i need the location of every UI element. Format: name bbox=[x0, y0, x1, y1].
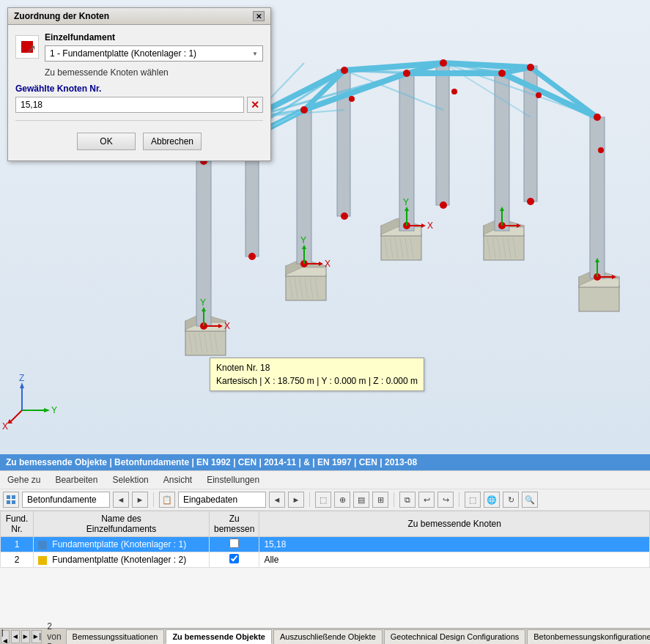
col-fund-nr: Fund.Nr. bbox=[1, 511, 34, 537]
export-icon[interactable]: ⬚ bbox=[465, 492, 481, 508]
svg-point-100 bbox=[341, 212, 348, 220]
svg-point-81 bbox=[300, 106, 308, 114]
bottom-panel: Gehe zu Bearbeiten Selektion Ansicht Ein… bbox=[0, 470, 650, 644]
dialog-buttons: OK Abbrechen bbox=[15, 127, 263, 153]
cell-name-2: Fundamentplatte (Knotenlager : 2) bbox=[34, 552, 210, 568]
tab-bar: |◄ ◄ ► ►| 2 von 5 Bemessungssituationen … bbox=[0, 628, 650, 644]
table-row[interactable]: 1 Fundamentplatte (Knotenlager : 1) 15,1… bbox=[1, 537, 650, 552]
color-indicator-blue bbox=[38, 541, 47, 549]
table-row[interactable]: 2 Fundamentplatte (Knotenlager : 2) Alle bbox=[1, 552, 650, 568]
first-page-button[interactable]: |◄ bbox=[1, 630, 10, 643]
svg-text:Y: Y bbox=[200, 297, 206, 308]
nodes-input-row: ✕ bbox=[15, 97, 263, 113]
svg-point-86 bbox=[341, 67, 348, 74]
prev-page-button[interactable]: ◄ bbox=[11, 630, 20, 643]
close-icon[interactable]: ✕ bbox=[253, 11, 265, 21]
col-name: Name desEinzelfundaments bbox=[34, 511, 210, 537]
svg-text:X: X bbox=[427, 221, 433, 231]
checkbox-1[interactable] bbox=[229, 538, 239, 548]
redo-icon[interactable]: ↪ bbox=[437, 492, 454, 508]
menu-selektion[interactable]: Selektion bbox=[109, 473, 151, 486]
cell-check-2[interactable] bbox=[210, 552, 259, 568]
einzelfundament-label: Einzelfundament bbox=[45, 32, 263, 42]
copy-icon[interactable]: ⧉ bbox=[399, 492, 416, 508]
tooltip-line1: Knoten Nr. 18 bbox=[216, 361, 418, 374]
status-text: Zu bemessende Objekte | Betonfundamente … bbox=[6, 457, 417, 467]
menu-gehe-zu[interactable]: Gehe zu bbox=[4, 473, 43, 486]
refresh-icon[interactable]: ↻ bbox=[503, 492, 519, 508]
chevron-down-icon: ▼ bbox=[252, 51, 258, 57]
nodes-input[interactable] bbox=[15, 97, 244, 113]
svg-marker-130 bbox=[44, 408, 50, 412]
view-dropdown-label: Eingabedaten bbox=[183, 495, 237, 505]
view-prev-icon[interactable]: ◄ bbox=[269, 492, 285, 508]
left-nav-icon[interactable]: ◄ bbox=[113, 492, 129, 508]
filter-icon[interactable]: ⊞ bbox=[372, 492, 388, 508]
right-nav-icon[interactable]: ► bbox=[132, 492, 148, 508]
ok-button[interactable]: OK bbox=[77, 133, 136, 150]
tooltip-line2: Kartesisch | X : 18.750 m | Y : 0.000 m … bbox=[216, 374, 418, 388]
menu-ansicht[interactable]: Ansicht bbox=[160, 473, 195, 486]
select-icon[interactable]: ⬚ bbox=[315, 492, 331, 508]
svg-text:Y: Y bbox=[300, 235, 306, 245]
foundation-dropdown[interactable]: 1 - Fundamentplatte (Knotenlager : 1) ▼ bbox=[45, 45, 263, 62]
cell-name-1: Fundamentplatte (Knotenlager : 1) bbox=[34, 537, 210, 552]
status-bar: Zu bemessende Objekte | Betonfundamente … bbox=[0, 454, 650, 470]
svg-rect-36 bbox=[579, 286, 619, 311]
cell-knoten-1: 15,18 bbox=[259, 537, 650, 552]
checkbox-2[interactable] bbox=[229, 554, 239, 563]
svg-line-131 bbox=[11, 410, 22, 421]
icon-inner: ↗ bbox=[21, 41, 33, 53]
tab-betonbemessungskonfigurationen[interactable]: Betonbemessungskonfigurationen bbox=[527, 629, 650, 644]
svg-rect-139 bbox=[12, 495, 15, 499]
foundation-dropdown-value: 1 - Fundamentplatte (Knotenlager : 1) bbox=[50, 48, 196, 59]
cell-name-1-text: Fundamentplatte (Knotenlager : 1) bbox=[52, 539, 186, 549]
svg-text:Y: Y bbox=[403, 197, 409, 207]
toolbar-separator-1 bbox=[153, 492, 154, 507]
cell-check-1[interactable] bbox=[210, 537, 259, 552]
toolbar-separator-3 bbox=[394, 492, 394, 507]
svg-text:X: X bbox=[224, 321, 230, 331]
dialog-body: ↗ Einzelfundament 1 - Fundamentplatte (K… bbox=[8, 25, 270, 160]
node-tooltip: Knoten Nr. 18 Kartesisch | X : 18.750 m … bbox=[210, 358, 424, 391]
svg-text:X: X bbox=[325, 259, 330, 269]
svg-rect-18 bbox=[381, 234, 421, 260]
globe-icon[interactable]: 🌐 bbox=[484, 492, 500, 508]
view-dropdown[interactable]: Eingabedaten bbox=[178, 492, 266, 508]
search-icon[interactable]: 🔍 bbox=[522, 492, 538, 508]
module-dropdown-label: Betonfundamente bbox=[27, 495, 97, 505]
color-indicator-yellow bbox=[38, 556, 47, 565]
svg-point-88 bbox=[527, 64, 534, 71]
svg-text:Z: Z bbox=[19, 373, 24, 383]
svg-rect-141 bbox=[12, 500, 15, 504]
info-text: Zu bemessende Knoten wählen bbox=[15, 67, 263, 78]
svg-rect-46 bbox=[436, 62, 449, 205]
tab-geotechnical[interactable]: Geotechnical Design Configurations bbox=[384, 629, 526, 644]
next-page-button[interactable]: ► bbox=[21, 630, 30, 643]
svg-point-90 bbox=[349, 96, 355, 102]
add-icon[interactable]: ⊕ bbox=[334, 492, 350, 508]
cell-name-2-text: Fundamentplatte (Knotenlager : 2) bbox=[52, 555, 186, 565]
svg-point-87 bbox=[440, 59, 447, 67]
tab-bemessungssituationen[interactable]: Bemessungssituationen bbox=[66, 629, 165, 644]
table-icon[interactable]: ▤ bbox=[353, 492, 369, 508]
table-header-row: Fund.Nr. Name desEinzelfundaments Zubeme… bbox=[1, 511, 650, 537]
toolbar-separator-4 bbox=[459, 492, 459, 507]
clear-nodes-button[interactable]: ✕ bbox=[247, 97, 263, 113]
view-icon: 📋 bbox=[159, 492, 175, 508]
cancel-button[interactable]: Abbrechen bbox=[143, 133, 202, 150]
data-table-container: Fund.Nr. Name desEinzelfundaments Zubeme… bbox=[0, 511, 650, 624]
menu-einstellungen[interactable]: Einstellungen bbox=[204, 473, 262, 486]
view-next-icon[interactable]: ► bbox=[288, 492, 304, 508]
toolbar-separator-2 bbox=[309, 492, 310, 507]
menu-bearbeiten[interactable]: Bearbeiten bbox=[52, 473, 100, 486]
undo-icon[interactable]: ↩ bbox=[418, 492, 435, 508]
module-dropdown[interactable]: Betonfundamente bbox=[22, 492, 110, 508]
separator bbox=[15, 120, 263, 121]
dialog-title-bar: Zuordnung der Knoten ✕ bbox=[8, 8, 270, 25]
tab-zu-bemessende-objekte[interactable]: Zu bemessende Objekte bbox=[166, 629, 272, 644]
svg-rect-27 bbox=[484, 234, 524, 260]
toolbar: Betonfundamente ◄ ► 📋 Eingabedaten ◄ ► ⬚… bbox=[0, 489, 650, 511]
tab-auszuschliessende-objekte[interactable]: Auszuschließende Objekte bbox=[273, 629, 383, 644]
last-page-button[interactable]: ►| bbox=[32, 630, 43, 643]
